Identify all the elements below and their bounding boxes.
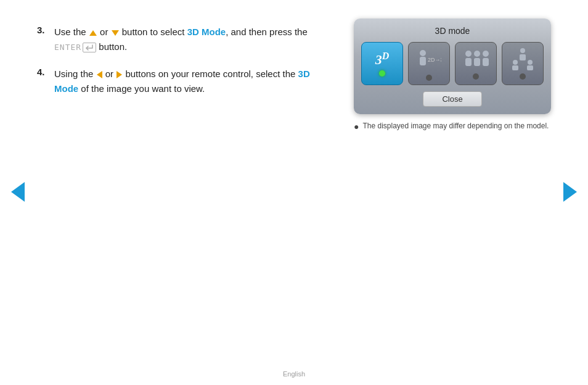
2d3d-dot <box>426 75 432 81</box>
panel-icon-3d[interactable]: 3D <box>361 42 403 85</box>
arrow-up-icon <box>89 30 97 36</box>
active-dot <box>379 70 385 77</box>
svg-point-5 <box>474 51 480 57</box>
note-text: The displayed image may differ depending… <box>362 120 549 133</box>
svg-rect-4 <box>465 58 472 66</box>
footer-language: English <box>283 370 305 378</box>
arrow-right-icon <box>116 71 122 78</box>
step-3: 3. Use the or button to select 3D Mode, … <box>37 25 329 54</box>
3d-mode-panel: 3D mode 3D 2D→3D <box>354 19 551 114</box>
nav-right-button[interactable] <box>563 182 577 202</box>
svg-rect-10 <box>520 54 526 60</box>
step-4: 4. Using the or buttons on your remote c… <box>37 67 329 96</box>
svg-point-0 <box>420 50 426 56</box>
svg-rect-1 <box>420 57 426 65</box>
svg-point-9 <box>520 48 525 53</box>
close-button[interactable]: Close <box>423 91 481 107</box>
svg-text:2D→3D: 2D→3D <box>428 57 441 63</box>
svg-point-11 <box>513 60 518 65</box>
top-bottom-svg <box>509 48 536 71</box>
3d-label: 3D <box>375 51 390 68</box>
note-section: ● The displayed image may differ dependi… <box>354 120 551 133</box>
svg-rect-8 <box>483 58 489 66</box>
panel-title: 3D mode <box>361 26 544 36</box>
svg-rect-6 <box>474 58 480 66</box>
panel-icon-top-bottom[interactable] <box>502 42 544 85</box>
svg-point-7 <box>483 51 489 57</box>
panel-icon-side-by-side[interactable] <box>455 42 497 85</box>
close-row: Close <box>361 91 544 107</box>
2d3d-label: 2D→3D <box>417 47 441 72</box>
svg-point-13 <box>528 60 533 65</box>
enter-key-icon <box>83 43 96 52</box>
side-by-side-dot <box>473 73 479 80</box>
enter-key-label: ENTER <box>54 43 81 52</box>
top-bottom-dot <box>520 73 526 80</box>
step-text-3: Use the or button to select 3D Mode, and… <box>54 25 329 54</box>
step-number-3: 3. <box>37 25 49 54</box>
panel-icons-row: 3D 2D→3D <box>361 42 544 85</box>
nav-left-button[interactable] <box>11 182 25 202</box>
panel-icon-2d3d[interactable]: 2D→3D <box>408 42 450 85</box>
panel-section: 3D mode 3D 2D→3D <box>354 19 551 133</box>
side-by-side-svg <box>462 48 489 71</box>
text-section: 3. Use the or button to select 3D Mode, … <box>37 19 329 133</box>
arrow-down-icon <box>112 30 119 36</box>
arrow-left-icon <box>97 71 102 78</box>
step-text-4: Using the or buttons on your remote cont… <box>54 67 329 96</box>
svg-point-3 <box>465 51 472 57</box>
svg-rect-14 <box>527 65 533 70</box>
3d-mode-link-1: 3D Mode <box>187 27 226 37</box>
3d-mode-link-2: 3D Mode <box>54 68 310 94</box>
step-number-4: 4. <box>37 67 49 96</box>
svg-rect-12 <box>512 65 518 70</box>
note-bullet: ● <box>354 120 359 133</box>
